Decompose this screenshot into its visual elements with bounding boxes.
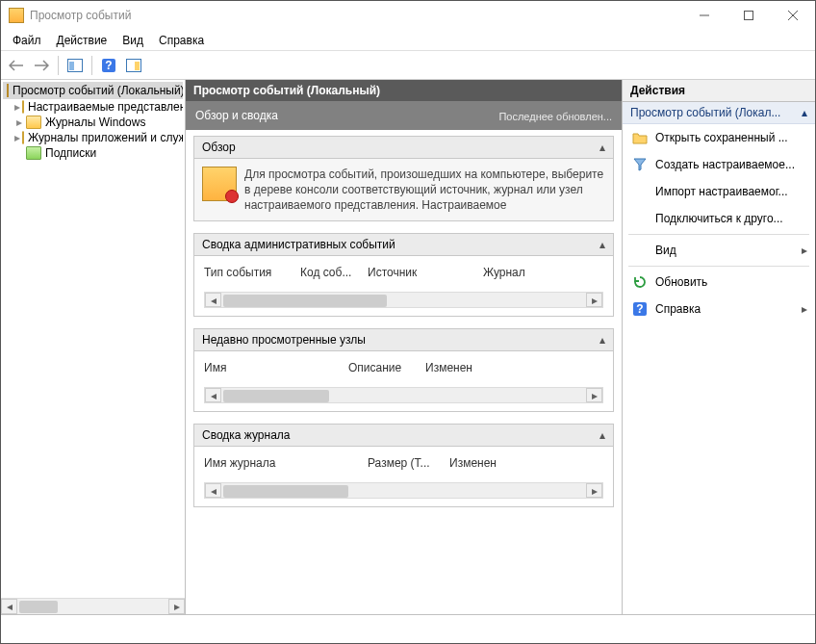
action-label: Справка <box>655 302 701 316</box>
collapse-icon[interactable]: ▴ <box>599 141 605 154</box>
expander-spacer <box>14 148 24 158</box>
col-event-type[interactable]: Тип события <box>204 264 300 281</box>
overview-body: Для просмотра событий, произошедших на к… <box>193 159 614 221</box>
scroll-thumb[interactable] <box>223 390 329 402</box>
admin-body: Тип события Код соб... Источник Журнал ◂… <box>193 256 614 317</box>
folder-icon <box>22 100 24 114</box>
scroll-track[interactable] <box>221 293 586 307</box>
overview-icon <box>202 167 237 201</box>
menu-file[interactable]: Файл <box>5 32 49 49</box>
action-open-saved-log[interactable]: Открыть сохраненный ... <box>623 124 815 151</box>
folder-icon <box>26 116 41 129</box>
action-connect-remote[interactable]: Подключиться к друго... <box>623 205 815 232</box>
actions-group[interactable]: Просмотр событий (Локал... ▴ <box>623 102 815 124</box>
show-tree-button[interactable] <box>64 54 87 77</box>
section-head-log[interactable]: Сводка журнала ▴ <box>193 424 614 447</box>
scroll-thumb[interactable] <box>19 601 58 613</box>
action-help-submenu[interactable]: ? Справка ▸ <box>623 296 815 322</box>
scroll-track[interactable] <box>221 483 586 498</box>
tree-pane: Просмотр событий (Локальный) ▸ Настраива… <box>1 80 186 614</box>
action-separator <box>628 234 809 235</box>
tree-item-custom-views[interactable]: ▸ Настраиваемые представления <box>3 99 183 115</box>
col-source[interactable]: Источник <box>368 264 483 281</box>
tree-item-label: Настраиваемые представления <box>28 100 183 114</box>
menu-action[interactable]: Действие <box>49 32 115 49</box>
section-recent-nodes: Недавно просмотренные узлы ▴ Имя Описани… <box>193 328 614 412</box>
admin-hscroll[interactable]: ◂ ▸ <box>204 292 603 308</box>
center-title: Просмотр событий (Локальный) <box>186 80 622 101</box>
scroll-left-button[interactable]: ◂ <box>205 293 221 307</box>
tree-item-app-logs[interactable]: ▸ Журналы приложений и служб <box>3 130 183 145</box>
window-title: Просмотр событий <box>30 9 682 22</box>
log-columns: Имя журнала Размер (Т... Изменен <box>204 454 603 475</box>
maximize-button[interactable] <box>727 1 771 30</box>
forward-button[interactable] <box>30 54 53 77</box>
menu-help[interactable]: Справка <box>151 32 212 49</box>
col-modified[interactable]: Изменен <box>449 454 502 472</box>
refresh-icon <box>632 274 648 290</box>
action-label: Обновить <box>655 275 707 289</box>
section-log-summary: Сводка журнала ▴ Имя журнала Размер (Т..… <box>193 424 614 507</box>
scroll-left-button[interactable]: ◂ <box>205 388 221 402</box>
col-event-id[interactable]: Код соб... <box>300 264 368 281</box>
show-actions-button[interactable] <box>122 54 145 77</box>
svg-rect-9 <box>135 62 140 70</box>
section-overview: Обзор ▴ Для просмотра событий, произошед… <box>193 136 614 221</box>
svg-rect-5 <box>69 62 74 70</box>
svg-rect-1 <box>745 12 753 20</box>
col-description[interactable]: Описание <box>348 359 425 376</box>
scroll-right-button[interactable]: ▸ <box>586 293 602 307</box>
collapse-icon[interactable]: ▴ <box>599 428 605 442</box>
col-size[interactable]: Размер (Т... <box>368 454 449 472</box>
tree-root[interactable]: Просмотр событий (Локальный) <box>3 82 183 99</box>
scroll-left-button[interactable]: ◂ <box>1 599 17 614</box>
tree-item-windows-logs[interactable]: ▸ Журналы Windows <box>3 115 183 130</box>
action-create-custom-view[interactable]: Создать настраиваемое... <box>623 151 815 178</box>
minimize-button[interactable] <box>682 1 727 30</box>
log-hscroll[interactable]: ◂ ▸ <box>204 482 603 499</box>
close-button[interactable] <box>771 1 815 30</box>
tree-hscrollbar[interactable]: ◂ ▸ <box>1 598 185 614</box>
overview-bar: Обзор и сводка Последнее обновлен... <box>186 101 622 130</box>
col-log[interactable]: Журнал <box>483 264 531 281</box>
recent-hscroll[interactable]: ◂ ▸ <box>204 387 603 403</box>
window-controls <box>682 1 815 30</box>
scroll-right-button[interactable]: ▸ <box>168 599 185 614</box>
chevron-up-icon[interactable]: ▴ <box>802 106 807 119</box>
col-log-name[interactable]: Имя журнала <box>204 454 368 472</box>
section-head-recent[interactable]: Недавно просмотренные узлы ▴ <box>193 328 614 351</box>
action-view-submenu[interactable]: Вид ▸ <box>623 237 815 264</box>
col-name[interactable]: Имя <box>204 359 348 376</box>
filter-icon <box>632 157 648 172</box>
scroll-track[interactable] <box>221 388 586 402</box>
blank-icon <box>632 243 648 258</box>
action-refresh[interactable]: Обновить <box>623 269 815 296</box>
tree-item-label: Журналы Windows <box>45 116 145 129</box>
expander-icon[interactable]: ▸ <box>14 102 20 112</box>
action-import-custom-view[interactable]: Импорт настраиваемог... <box>623 178 815 205</box>
section-head-admin[interactable]: Сводка административных событий ▴ <box>193 233 614 256</box>
section-head-label: Обзор <box>202 141 236 154</box>
collapse-icon[interactable]: ▴ <box>599 238 605 251</box>
actions-group-label: Просмотр событий (Локал... <box>630 106 780 119</box>
action-separator <box>628 266 809 267</box>
expander-icon[interactable]: ▸ <box>14 133 20 142</box>
menu-view[interactable]: Вид <box>115 32 151 49</box>
scroll-right-button[interactable]: ▸ <box>586 388 602 402</box>
expander-icon[interactable]: ▸ <box>14 117 24 127</box>
toolbar-separator <box>91 56 92 75</box>
col-modified[interactable]: Изменен <box>425 359 478 376</box>
tree-item-subscriptions[interactable]: Подписки <box>3 145 183 161</box>
section-head-label: Сводка журнала <box>202 428 291 442</box>
scroll-track[interactable] <box>17 599 168 614</box>
scroll-left-button[interactable]: ◂ <box>205 483 221 498</box>
collapse-icon[interactable]: ▴ <box>599 333 605 347</box>
action-label: Открыть сохраненный ... <box>655 131 788 144</box>
scroll-right-button[interactable]: ▸ <box>586 483 602 498</box>
section-head-overview[interactable]: Обзор ▴ <box>193 136 614 159</box>
back-button[interactable] <box>5 54 28 77</box>
toolbar: ? <box>1 51 815 80</box>
scroll-thumb[interactable] <box>223 295 387 307</box>
help-button[interactable]: ? <box>97 54 120 77</box>
scroll-thumb[interactable] <box>223 485 348 498</box>
